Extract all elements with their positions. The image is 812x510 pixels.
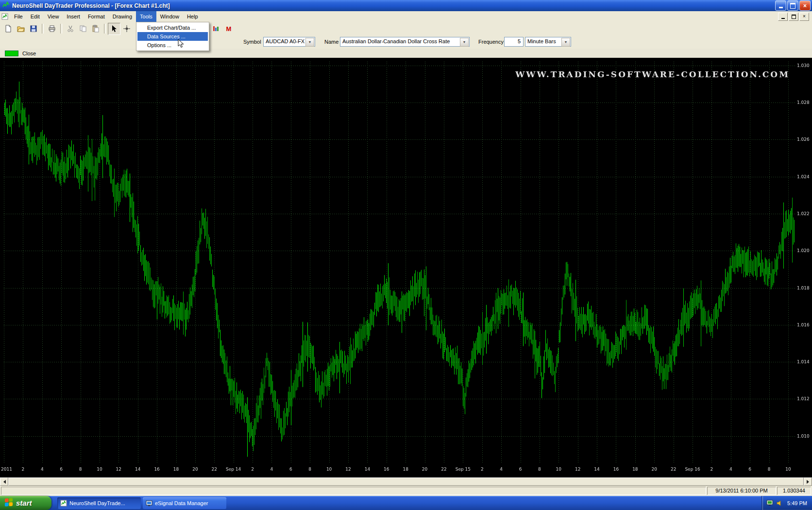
mdi-minimize-button[interactable] [778, 13, 788, 21]
x-axis-label: Sep 14 [226, 467, 241, 472]
crosshair-tool-button[interactable] [120, 23, 133, 35]
mdi-window-controls: × [778, 13, 812, 21]
name-label: Name [324, 35, 338, 49]
taskbar-task-neuroshell-daytrade[interactable]: NeuroShell DayTrade... [57, 497, 141, 509]
app-icon [2, 1, 10, 11]
menubar: FileEditViewInsertFormatDrawingToolsWind… [0, 11, 812, 22]
restore-icon [790, 3, 795, 9]
frequency-value: 5 [518, 38, 521, 44]
taskbar-task-esignal-data-manager[interactable]: eSignal Data Manager [143, 497, 226, 509]
tools-dropdown-menu: Export Chart/Data ...Data Sources ...Opt… [136, 22, 209, 51]
desktop: NeuroShell DayTrader Professional - [For… [0, 0, 812, 510]
toolbar-separator [104, 24, 106, 34]
x-axis-label: 2 [481, 467, 484, 472]
minimize-icon [779, 7, 783, 8]
x-axis-label: 8 [79, 467, 82, 472]
x-axis-label: 18 [403, 467, 408, 472]
new-file-button[interactable] [2, 23, 15, 35]
x-axis-label: 16 [613, 467, 619, 472]
frequency-unit-combobox[interactable]: Minute Bars ▼ [525, 37, 571, 47]
pointer-tool-button[interactable] [108, 23, 120, 35]
x-axis-label: 20 [192, 467, 198, 472]
menu-file[interactable]: File [10, 11, 27, 22]
mdi-close-button[interactable]: × [799, 13, 809, 21]
start-button[interactable]: start [0, 496, 51, 510]
x-axis-label: 8 [768, 467, 771, 472]
x-axis-label: 22 [212, 467, 217, 472]
frequency-input[interactable]: 5 [504, 37, 524, 47]
x-axis-label: 14 [135, 467, 140, 472]
scroll-left-icon [1, 480, 6, 484]
symbol-dropdown-arrow-icon[interactable]: ▼ [305, 38, 314, 47]
open-file-button[interactable] [15, 23, 27, 35]
frequency-dropdown-arrow-icon[interactable]: ▼ [561, 38, 570, 47]
menu-tools[interactable]: Tools [136, 11, 156, 22]
legend-swatch [5, 51, 18, 56]
scroll-left-button[interactable] [0, 477, 8, 486]
paste-button[interactable] [89, 23, 102, 35]
pointer-icon [110, 25, 118, 33]
chart-area: WWW.TRADING-SOFTWARE-COLLECTION.COM 1.03… [0, 58, 812, 477]
data-manager-button[interactable]: M [222, 23, 235, 35]
mdi-close-icon: × [803, 14, 806, 19]
chart-window-icon [1, 13, 10, 20]
x-axis-label: Sep 16 [685, 467, 700, 472]
taskbar: start NeuroShell DayTrade...eSignal Data… [0, 496, 812, 510]
y-axis-label: 1.012 [797, 396, 811, 401]
y-axis-label: 1.028 [797, 100, 811, 105]
tray-volume-icon[interactable] [776, 500, 783, 507]
x-axis-label: 2 [22, 467, 25, 472]
name-dropdown-arrow-icon[interactable]: ▼ [460, 38, 469, 47]
menu-item-data-sources[interactable]: Data Sources ... [137, 32, 208, 41]
mdi-restore-button[interactable] [789, 13, 798, 21]
main-toolbar: M [0, 22, 812, 36]
save-button[interactable] [27, 23, 40, 35]
tray-data-manager-icon[interactable] [766, 499, 774, 507]
menu-insert[interactable]: Insert [63, 11, 84, 22]
x-axis-label: 6 [519, 467, 522, 472]
x-axis-label: 2 [710, 467, 713, 472]
task-buttons: NeuroShell DayTrade...eSignal Data Manag… [57, 496, 226, 510]
print-button[interactable] [46, 23, 58, 35]
copy-button[interactable] [77, 23, 89, 35]
symbol-combobox[interactable]: AUDCAD A0-FX ▼ [263, 37, 315, 47]
menu-item-options[interactable]: Options ... [137, 41, 208, 50]
menu-drawing[interactable]: Drawing [109, 11, 136, 22]
restore-button[interactable] [787, 0, 798, 11]
menu-view[interactable]: View [44, 11, 63, 22]
paste-icon [92, 25, 100, 33]
statusbar: 9/13/2011 6:10:00 PM 1.030344 [0, 486, 812, 496]
menu-format[interactable]: Format [84, 11, 109, 22]
menu-edit[interactable]: Edit [27, 11, 44, 22]
start-label: start [16, 499, 37, 507]
minimize-button[interactable] [775, 0, 786, 11]
chart-h-scrollbar[interactable] [0, 477, 812, 486]
menu-item-export-chart-data[interactable]: Export Chart/Data ... [137, 23, 208, 32]
scrollbar-thumb[interactable] [8, 477, 804, 486]
chart-export-icon [212, 25, 220, 33]
chart-export-button[interactable] [210, 23, 222, 35]
scroll-right-icon [807, 480, 811, 484]
menu-window[interactable]: Window [156, 11, 183, 22]
x-axis-label: 6 [748, 467, 751, 472]
windows-logo-icon [4, 497, 14, 509]
x-axis-label: 16 [154, 467, 159, 472]
x-axis-label: 12 [116, 467, 121, 472]
y-axis-label: 1.014 [797, 359, 811, 364]
close-button[interactable]: × [799, 0, 811, 11]
menu-help[interactable]: Help [183, 11, 202, 22]
x-axis-label: 10 [326, 467, 332, 472]
price-chart-canvas[interactable] [0, 58, 812, 477]
x-axis-label: 16 [384, 467, 389, 472]
name-combobox[interactable]: Australian Dollar-Canadian Dollar Cross … [340, 37, 470, 47]
status-datetime: 9/13/2011 6:10:00 PM [707, 487, 776, 495]
cut-button[interactable] [64, 23, 77, 35]
scroll-right-button[interactable] [804, 477, 812, 486]
mouse-cursor [178, 39, 185, 51]
x-axis-label: 2 [251, 467, 254, 472]
open-folder-icon [17, 25, 25, 33]
x-axis-label: 10 [556, 467, 561, 472]
titlebar: NeuroShell DayTrader Professional - [For… [0, 0, 812, 11]
x-axis-label: 4 [729, 467, 732, 472]
x-axis-label: 12 [575, 467, 580, 472]
